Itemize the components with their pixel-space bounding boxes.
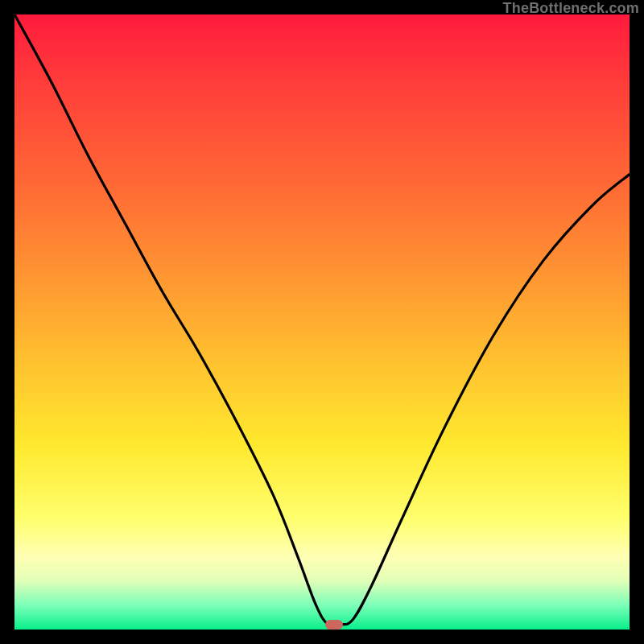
gradient-plot — [14, 14, 630, 630]
optimum-marker — [325, 620, 343, 630]
watermark-text: TheBottleneck.com — [503, 0, 639, 17]
bottleneck-curve — [14, 14, 630, 630]
